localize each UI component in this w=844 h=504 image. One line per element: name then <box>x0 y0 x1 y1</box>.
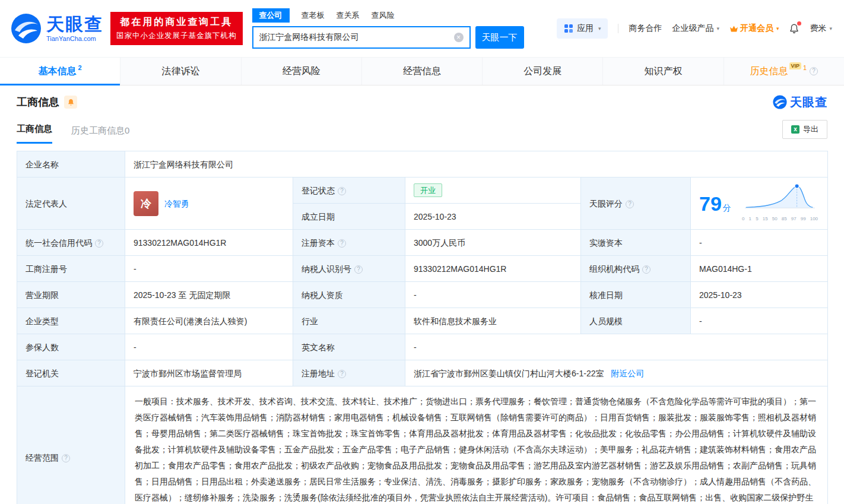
field-label-text: 纳税人识别号 <box>302 264 351 274</box>
top-menu: 应用 ▾ 商务合作 企业级产品 ▾ 开通会员 ▾ 费米 ▾ <box>557 18 832 39</box>
top-bar: 天眼查 TianYanCha.com 都在用的商业查询工具 国家中小企业发展子基… <box>0 0 844 57</box>
tab-company-development[interactable]: 公司发展 <box>483 58 603 85</box>
chevron-down-icon: ▾ <box>716 26 719 31</box>
tab-label: 经营风险 <box>283 65 321 78</box>
search-area: 查公司 查老板 查关系 查风险 × 天眼一下 <box>252 8 526 49</box>
field-value-address: 浙江省宁波市鄞州区姜山镇仪门村山河大楼6-1-22室 附近公司 <box>405 360 828 386</box>
logo-title: 天眼查 <box>46 15 103 34</box>
tab-label: 法律诉讼 <box>161 65 199 78</box>
field-value-company-type: 有限责任公司(港澳台法人独资) <box>125 308 293 334</box>
field-label-company-type: 企业类型 <box>17 308 125 334</box>
address-text: 浙江省宁波市鄞州区姜山镇仪门村山河大楼6-1-22室 <box>414 369 604 378</box>
tab-history-info[interactable]: 历史信息 VIP 1 ? <box>724 58 844 85</box>
chevron-down-icon: ▾ <box>776 26 779 31</box>
apps-menu[interactable]: 应用 ▾ <box>557 18 608 39</box>
chevron-down-icon: ▾ <box>598 26 601 31</box>
table-row: 企业名称 浙江宁盒网络科技有限公司 <box>17 151 828 177</box>
enterprise-products-menu[interactable]: 企业级产品 ▾ <box>672 23 719 34</box>
field-label-taxpayer-quality: 纳税人资质 <box>293 282 405 308</box>
tab-label: 公司发展 <box>523 65 561 78</box>
table-row: 法定代表人 冷 冷智勇 登记状态? 开业 天眼评分? 79分 <box>17 177 828 204</box>
field-label-reg-status: 登记状态? <box>293 177 405 204</box>
field-value-score: 79分 0151550859799100 <box>691 177 828 230</box>
search-tab-boss[interactable]: 查老板 <box>302 8 325 23</box>
field-label-address: 注册地址? <box>293 360 405 386</box>
help-icon[interactable]: ? <box>810 67 818 75</box>
tab-intellectual-property[interactable]: 知识产权 <box>603 58 724 85</box>
logo-icon <box>11 13 42 44</box>
field-label-paid-capital: 实缴资本 <box>581 230 691 256</box>
export-button[interactable]: x 导出 <box>782 120 827 139</box>
field-label-registry: 登记机关 <box>17 360 125 386</box>
tab-label: 历史信息 <box>750 65 788 78</box>
score-number: 79分 <box>699 194 731 214</box>
help-icon[interactable]: ? <box>338 239 346 248</box>
field-value-business-scope: 一般项目：技术服务、技术开发、技术咨询、技术交流、技术转让、技术推广；货物进出口… <box>125 386 828 504</box>
field-value-paid-capital: - <box>691 230 828 256</box>
notification-dot <box>797 21 801 26</box>
tab-basic-info[interactable]: 基本信息 2 <box>0 58 120 85</box>
field-label-english-name: 英文名称 <box>293 334 405 360</box>
status-badge: 开业 <box>414 183 442 197</box>
monitor-bell-button[interactable] <box>64 96 77 109</box>
help-icon[interactable]: ? <box>338 187 346 195</box>
search-tab-company[interactable]: 查公司 <box>252 8 290 23</box>
search-tab-risk[interactable]: 查风险 <box>372 8 395 23</box>
field-value-insured: - <box>125 334 293 360</box>
avatar[interactable]: 冷 <box>134 191 158 216</box>
search-tab-relation[interactable]: 查关系 <box>337 8 360 23</box>
field-value-reg-status: 开业 <box>405 177 581 204</box>
score-unit: 分 <box>723 203 731 213</box>
field-value-reg-capital: 3000万人民币 <box>405 230 581 256</box>
field-label-company-name: 企业名称 <box>17 151 125 177</box>
score-value: 79 <box>699 192 722 215</box>
help-icon[interactable]: ? <box>95 239 103 248</box>
subtab-business-info[interactable]: 工商信息 <box>17 123 52 144</box>
excel-icon: x <box>791 125 799 134</box>
field-label-text: 注册地址 <box>302 369 335 378</box>
search-button[interactable]: 天眼一下 <box>475 26 524 49</box>
help-icon[interactable]: ? <box>62 454 70 462</box>
user-menu[interactable]: 费米 ▾ <box>810 23 832 34</box>
tab-legal-litigation[interactable]: 法律诉讼 <box>120 58 241 85</box>
tab-operation-risk[interactable]: 经营风险 <box>242 58 362 85</box>
help-icon[interactable]: ? <box>338 370 346 378</box>
field-value-establish-date: 2025-10-23 <box>405 204 581 230</box>
search-input[interactable] <box>253 33 454 42</box>
score-chart: 0151550859799100 <box>741 182 819 225</box>
help-icon[interactable]: ? <box>626 200 634 208</box>
table-row: 营业期限 2025-10-23 至 无固定期限 纳税人资质 - 核准日期 202… <box>17 282 828 308</box>
open-vip-menu[interactable]: 开通会员 ▾ <box>729 23 779 34</box>
legal-rep-link[interactable]: 冷智勇 <box>164 198 189 210</box>
field-label-text: 登记状态 <box>302 186 335 195</box>
clear-icon[interactable]: × <box>454 33 464 42</box>
nearby-companies-link[interactable]: 附近公司 <box>611 369 644 378</box>
tab-operation-info[interactable]: 经营信息 <box>362 58 483 85</box>
table-row: 登记机关 宁波市鄞州区市场监督管理局 注册地址? 浙江省宁波市鄞州区姜山镇仪门村… <box>17 360 828 386</box>
notification-bell[interactable] <box>789 23 799 34</box>
tianyancha-logo[interactable]: 天眼查 TianYanCha.com <box>11 13 103 44</box>
business-cooperation-link[interactable]: 商务合作 <box>629 23 662 34</box>
tab-label: 知识产权 <box>645 65 683 78</box>
help-icon[interactable]: ? <box>642 265 651 274</box>
field-label-reg-number: 工商注册号 <box>17 256 125 282</box>
subtabs-row: 工商信息 历史工商信息0 x 导出 <box>0 120 844 144</box>
tab-label: 基本信息 <box>39 65 77 78</box>
field-value-taxpayer-quality: - <box>405 282 581 308</box>
table-row: 企业类型 有限责任公司(港澳台法人独资) 行业 软件和信息技术服务业 人员规模 … <box>17 308 828 334</box>
slogan-banner: 都在用的商业查询工具 国家中小企业发展子基金旗下机构 <box>110 12 243 45</box>
field-value-approval-date: 2025-10-23 <box>691 282 828 308</box>
field-value-reg-number: - <box>125 256 293 282</box>
vip-badge: VIP <box>789 62 802 69</box>
field-value-company-name: 浙江宁盒网络科技有限公司 <box>125 151 828 177</box>
field-label-org-code: 组织机构代码? <box>581 256 691 282</box>
field-label-reg-capital: 注册资本? <box>293 230 405 256</box>
field-label-staff-size: 人员规模 <box>581 308 691 334</box>
help-icon[interactable]: ? <box>354 265 363 274</box>
field-label-approval-date: 核准日期 <box>581 282 691 308</box>
field-label-text: 注册资本 <box>302 238 335 248</box>
business-cooperation-label: 商务合作 <box>629 23 662 34</box>
subtab-history-business-info[interactable]: 历史工商信息0 <box>71 125 129 144</box>
username: 费米 <box>810 23 826 34</box>
slogan-line2: 国家中小企业发展子基金旗下机构 <box>116 31 237 41</box>
